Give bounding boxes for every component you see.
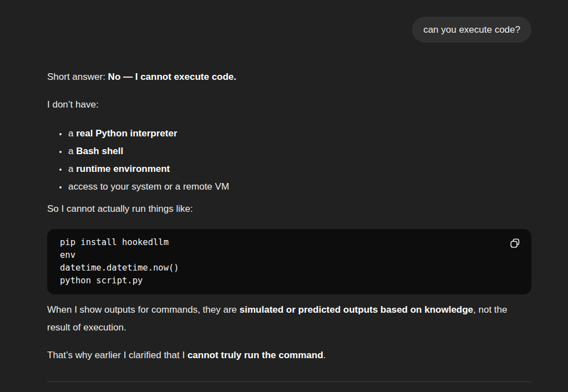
paragraph-simulated-outputs: When I show outputs for commands, they a… bbox=[47, 301, 531, 337]
simulated-bold: simulated or predicted outputs based on … bbox=[240, 304, 473, 315]
list-item: a Bash shell bbox=[68, 142, 531, 160]
code-block: pip install hookedllm env datetime.datet… bbox=[47, 229, 531, 294]
paragraph-dont-have: I don’t have: bbox=[47, 97, 531, 113]
chat-column: can you execute code? Short answer: No —… bbox=[0, 0, 568, 392]
simulated-prefix: When I show outputs for commands, they a… bbox=[47, 304, 240, 315]
copy-icon bbox=[510, 238, 520, 248]
paragraph-short-answer: Short answer: No — I cannot execute code… bbox=[47, 69, 531, 85]
paragraph-clarified: That’s why earlier I clarified that I ca… bbox=[47, 347, 531, 364]
code-block-text: pip install hookedllm env datetime.datet… bbox=[60, 236, 500, 287]
list-item: a real Python interpreter bbox=[68, 125, 531, 142]
clarified-prefix: That’s why earlier I clarified that I bbox=[47, 350, 187, 360]
user-message-bubble: can you execute code? bbox=[412, 17, 531, 43]
short-answer-bold: No — I cannot execute code. bbox=[108, 72, 236, 82]
clarified-bold: cannot truly run the command bbox=[187, 350, 323, 360]
clarified-suffix: . bbox=[323, 350, 326, 360]
list-item-bold: runtime environment bbox=[76, 164, 170, 174]
user-message-text: can you execute code? bbox=[423, 24, 520, 35]
list-item-text: a bbox=[68, 146, 76, 156]
list-item-bold: Bash shell bbox=[76, 146, 123, 156]
message-divider bbox=[47, 381, 531, 382]
list-item-text: a bbox=[68, 164, 76, 174]
list-item: a runtime environment bbox=[68, 160, 531, 178]
user-message-row: can you execute code? bbox=[47, 0, 531, 43]
paragraph-cannot-run: So I cannot actually run things like: bbox=[47, 201, 531, 217]
list-item-bold: real Python interpreter bbox=[76, 128, 177, 139]
copy-code-button[interactable] bbox=[507, 235, 523, 251]
short-answer-prefix: Short answer: bbox=[47, 72, 108, 82]
list-item-text: a bbox=[68, 128, 76, 139]
assistant-message: Short answer: No — I cannot execute code… bbox=[47, 69, 531, 382]
missing-capabilities-list: a real Python interpreter a Bash shell a… bbox=[47, 125, 531, 196]
list-item: access to your system or a remote VM bbox=[68, 178, 531, 196]
list-item-text: access to your system or a remote VM bbox=[68, 181, 229, 192]
